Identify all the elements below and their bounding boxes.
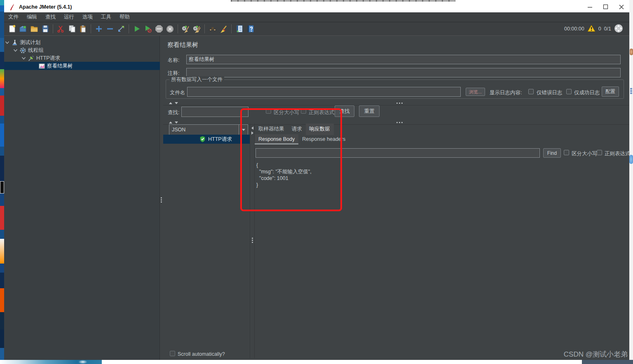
response-subtabs: Response Body Response headers bbox=[255, 134, 349, 145]
add-element-button[interactable] bbox=[93, 23, 104, 35]
gear-icon bbox=[20, 47, 26, 54]
collapse-left-icon[interactable] bbox=[251, 126, 253, 130]
success-only-checkbox[interactable] bbox=[566, 89, 572, 94]
h-splitter-1[interactable] bbox=[163, 101, 629, 105]
menu-item-search[interactable]: 查找 bbox=[41, 14, 60, 21]
start-no-pauses-button[interactable] bbox=[142, 23, 153, 35]
response-body-text[interactable]: { "msg": "不能输入空值", "code": 1001 } bbox=[255, 160, 629, 349]
search-find-button[interactable]: 查找 bbox=[335, 105, 354, 117]
name-label: 名称: bbox=[168, 57, 179, 64]
save-button[interactable] bbox=[40, 23, 51, 35]
find-regex-checkbox[interactable] bbox=[597, 150, 602, 155]
clear-all-gear-broom-icon bbox=[192, 25, 201, 33]
scroll-automatically-checkbox[interactable] bbox=[170, 351, 175, 356]
configure-button[interactable]: 配置 bbox=[602, 86, 619, 97]
find-case-checkbox[interactable] bbox=[564, 150, 569, 155]
gray-x-circle-icon bbox=[166, 25, 174, 33]
menu-item-options[interactable]: 选项 bbox=[78, 14, 97, 21]
jmeter-window: Apache JMeter (5.4.1) 文件 编辑 查找 运行 选项 工具 … bbox=[4, 2, 629, 360]
response-line: } bbox=[256, 182, 629, 188]
play-icon bbox=[133, 25, 141, 33]
tree-item-view-results-tree[interactable]: 察看结果树 bbox=[4, 62, 160, 70]
name-input[interactable] bbox=[186, 55, 621, 64]
clear-gear-broom-icon bbox=[181, 25, 190, 33]
stop-octagon-icon bbox=[155, 24, 164, 33]
restart-button[interactable] bbox=[115, 23, 127, 35]
function-helper-button[interactable] bbox=[234, 23, 245, 35]
filename-input[interactable] bbox=[187, 87, 461, 97]
new-file-icon bbox=[8, 25, 16, 33]
broom-icon bbox=[219, 25, 228, 33]
find-case-label: 区分大小写 bbox=[572, 150, 598, 157]
chevron-down-icon bbox=[5, 40, 9, 45]
menu-item-tools[interactable]: 工具 bbox=[97, 14, 115, 21]
watermark: CSDN @测试小老弟 bbox=[564, 350, 628, 359]
open-button[interactable] bbox=[28, 23, 40, 35]
shield-check-icon bbox=[199, 136, 206, 142]
subtab-response-body[interactable]: Response Body bbox=[255, 134, 298, 145]
result-sample-row[interactable]: HTTP请求 bbox=[163, 135, 250, 144]
link-marks-icon bbox=[630, 88, 632, 94]
chevron-down-icon bbox=[239, 125, 248, 135]
collapse-right-icon[interactable] bbox=[251, 131, 253, 135]
filename-label: 文件名 bbox=[170, 89, 185, 96]
elapsed-time: 00:00:00 bbox=[564, 26, 584, 32]
errors-only-label: 仅错误日志 bbox=[537, 89, 563, 96]
search-reset-button[interactable]: 重置 bbox=[359, 105, 380, 117]
new-plan-button[interactable] bbox=[6, 23, 17, 35]
maximize-button[interactable] bbox=[598, 2, 614, 12]
renderer-select[interactable]: JSON bbox=[169, 124, 248, 135]
search-case-checkbox[interactable] bbox=[266, 108, 271, 114]
tab-request[interactable]: 请求 bbox=[288, 124, 306, 135]
clear-button[interactable] bbox=[180, 23, 191, 35]
titlebar: Apache JMeter (5.4.1) bbox=[4, 2, 629, 12]
cut-button[interactable] bbox=[55, 23, 66, 35]
results-splitter[interactable] bbox=[250, 124, 255, 358]
menu-item-run[interactable]: 运行 bbox=[60, 14, 78, 21]
response-line: "code": 1001 bbox=[256, 175, 629, 182]
find-regex-label: 正则表达式 bbox=[605, 150, 631, 157]
comment-input[interactable] bbox=[186, 68, 621, 77]
success-only-label: 仅成功日志 bbox=[574, 89, 600, 96]
start-button[interactable] bbox=[131, 23, 142, 35]
tab-response-data[interactable]: 响应数据 bbox=[306, 124, 334, 135]
errors-only-checkbox[interactable] bbox=[528, 89, 534, 94]
thread-count: 0/1 bbox=[604, 26, 611, 32]
response-find-input[interactable] bbox=[256, 148, 540, 158]
paste-button[interactable] bbox=[77, 23, 89, 35]
clear-all-button[interactable] bbox=[191, 23, 202, 35]
help-button[interactable] bbox=[245, 23, 256, 35]
menu-item-edit[interactable]: 编辑 bbox=[23, 14, 41, 21]
clear-search-button[interactable] bbox=[218, 23, 229, 35]
main-splitter[interactable] bbox=[160, 36, 163, 360]
paste-icon bbox=[79, 25, 87, 33]
search-input[interactable] bbox=[181, 107, 249, 117]
menu-item-file[interactable]: 文件 bbox=[4, 14, 23, 21]
tab-sampler-result[interactable]: 取样器结果 bbox=[255, 124, 288, 135]
minus-icon bbox=[106, 25, 114, 33]
browse-button[interactable]: 浏览... bbox=[466, 88, 485, 96]
result-tabs: 取样器结果 请求 响应数据 bbox=[255, 124, 334, 135]
search-regex-checkbox[interactable] bbox=[301, 108, 306, 114]
menu-item-help[interactable]: 帮助 bbox=[115, 14, 134, 21]
chevron-down-icon bbox=[13, 48, 18, 53]
subtab-response-headers[interactable]: Response headers bbox=[298, 134, 349, 145]
copy-button[interactable] bbox=[66, 23, 77, 35]
tree-item-test-plan[interactable]: 测试计划 bbox=[5, 38, 40, 47]
stop-button[interactable] bbox=[153, 23, 164, 35]
tree-item-thread-group[interactable]: 线程组 bbox=[13, 46, 44, 54]
binoculars-icon bbox=[208, 25, 217, 33]
templates-icon bbox=[19, 25, 27, 33]
remove-element-button[interactable] bbox=[104, 23, 115, 35]
shutdown-button[interactable] bbox=[164, 23, 176, 35]
search-button[interactable] bbox=[207, 23, 218, 35]
templates-button[interactable] bbox=[17, 23, 28, 35]
page-title: 察看结果树 bbox=[167, 41, 198, 49]
response-find-button[interactable]: Find bbox=[543, 148, 561, 158]
close-button[interactable] bbox=[614, 2, 629, 12]
log-error-count: 0 bbox=[598, 26, 601, 32]
tree-item-http-request[interactable]: HTTP请求 bbox=[21, 54, 60, 62]
warning-icon[interactable] bbox=[587, 24, 595, 33]
help-book-icon bbox=[246, 25, 255, 33]
minimize-button[interactable] bbox=[582, 2, 598, 12]
